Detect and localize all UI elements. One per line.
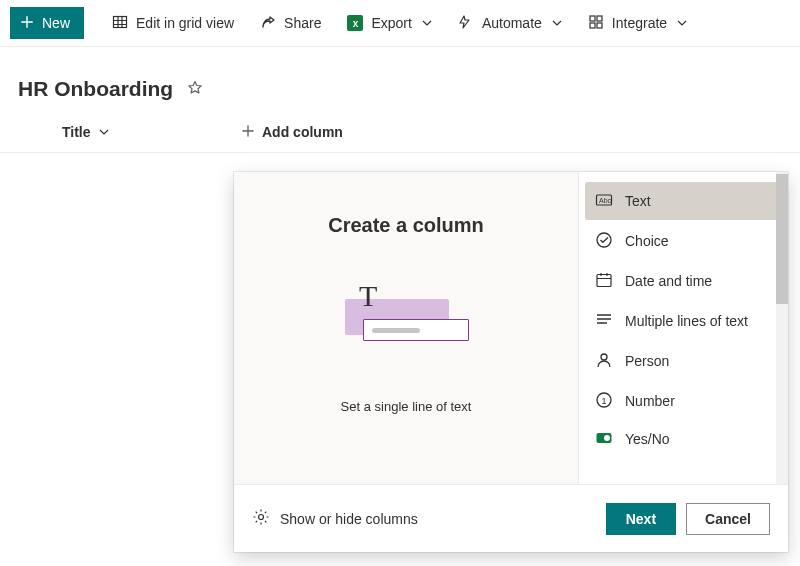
type-label: Date and time bbox=[625, 273, 712, 289]
svg-text:1: 1 bbox=[601, 395, 606, 405]
type-label: Person bbox=[625, 353, 669, 369]
svg-text:Abc: Abc bbox=[599, 197, 612, 204]
svg-rect-8 bbox=[597, 274, 611, 286]
column-header-title[interactable]: Title bbox=[62, 124, 242, 140]
column-title-label: Title bbox=[62, 124, 91, 140]
column-headers: Title Add column bbox=[0, 111, 800, 153]
gear-icon bbox=[252, 508, 270, 529]
show-hide-label: Show or hide columns bbox=[280, 511, 418, 527]
type-yesno[interactable]: Yes/No bbox=[585, 422, 782, 456]
chevron-down-icon bbox=[422, 15, 432, 31]
integrate-label: Integrate bbox=[612, 15, 667, 31]
type-label: Yes/No bbox=[625, 431, 670, 447]
create-column-panel: Create a column T Set a single line of t… bbox=[234, 172, 788, 552]
calendar-icon bbox=[595, 271, 613, 292]
number-icon: 1 bbox=[595, 391, 613, 412]
add-column-label: Add column bbox=[262, 124, 343, 140]
edit-grid-label: Edit in grid view bbox=[136, 15, 234, 31]
cancel-button[interactable]: Cancel bbox=[686, 503, 770, 535]
integrate-button[interactable]: Integrate bbox=[578, 7, 697, 39]
list-header: HR Onboarding bbox=[0, 47, 800, 111]
yesno-icon bbox=[595, 429, 613, 450]
plus-icon bbox=[242, 124, 254, 140]
type-label: Number bbox=[625, 393, 675, 409]
type-date[interactable]: Date and time bbox=[585, 262, 782, 300]
automate-button[interactable]: Automate bbox=[448, 7, 572, 39]
svg-point-13 bbox=[604, 435, 610, 441]
panel-title: Create a column bbox=[328, 214, 484, 237]
add-column-button[interactable]: Add column bbox=[242, 124, 343, 140]
type-multiline[interactable]: Multiple lines of text bbox=[585, 302, 782, 340]
type-list-scrollbar[interactable] bbox=[776, 172, 788, 484]
list-title: HR Onboarding bbox=[18, 77, 173, 101]
type-text[interactable]: Abc Text bbox=[585, 182, 782, 220]
panel-description: Set a single line of text bbox=[341, 399, 472, 414]
new-button-label: New bbox=[42, 15, 70, 31]
svg-point-14 bbox=[259, 515, 264, 520]
next-button[interactable]: Next bbox=[606, 503, 676, 535]
automate-icon bbox=[458, 14, 474, 33]
integrate-icon bbox=[588, 14, 604, 33]
column-type-list: Abc Text Choice Date and time bbox=[578, 172, 788, 484]
type-label: Multiple lines of text bbox=[625, 313, 748, 329]
chevron-down-icon bbox=[677, 15, 687, 31]
panel-body: Create a column T Set a single line of t… bbox=[234, 172, 788, 484]
show-hide-columns-button[interactable]: Show or hide columns bbox=[252, 508, 418, 529]
export-label: Export bbox=[371, 15, 411, 31]
svg-point-7 bbox=[597, 233, 611, 247]
excel-icon: x bbox=[347, 15, 363, 31]
text-icon: Abc bbox=[595, 191, 613, 212]
share-button[interactable]: Share bbox=[250, 7, 331, 39]
svg-rect-2 bbox=[597, 16, 602, 21]
edit-grid-button[interactable]: Edit in grid view bbox=[102, 7, 244, 39]
panel-footer: Show or hide columns Next Cancel bbox=[234, 484, 788, 552]
type-label: Text bbox=[625, 193, 651, 209]
person-icon bbox=[595, 351, 613, 372]
svg-rect-3 bbox=[590, 23, 595, 28]
column-illustration: T bbox=[331, 277, 481, 357]
favorite-star-icon[interactable] bbox=[187, 80, 203, 99]
scroll-thumb[interactable] bbox=[776, 174, 788, 304]
type-choice[interactable]: Choice bbox=[585, 222, 782, 260]
svg-rect-4 bbox=[597, 23, 602, 28]
new-button[interactable]: New bbox=[10, 7, 84, 39]
svg-rect-1 bbox=[590, 16, 595, 21]
type-person[interactable]: Person bbox=[585, 342, 782, 380]
command-bar: New Edit in grid view Share x Export Aut… bbox=[0, 0, 800, 47]
automate-label: Automate bbox=[482, 15, 542, 31]
share-icon bbox=[260, 14, 276, 33]
panel-preview: Create a column T Set a single line of t… bbox=[234, 172, 578, 484]
type-number[interactable]: 1 Number bbox=[585, 382, 782, 420]
export-button[interactable]: x Export bbox=[337, 7, 441, 39]
svg-point-9 bbox=[601, 354, 607, 360]
plus-icon bbox=[20, 15, 34, 32]
svg-rect-0 bbox=[114, 16, 127, 27]
share-label: Share bbox=[284, 15, 321, 31]
chevron-down-icon bbox=[99, 124, 109, 140]
chevron-down-icon bbox=[552, 15, 562, 31]
multiline-icon bbox=[595, 311, 613, 332]
grid-icon bbox=[112, 14, 128, 33]
choice-icon bbox=[595, 231, 613, 252]
type-label: Choice bbox=[625, 233, 669, 249]
